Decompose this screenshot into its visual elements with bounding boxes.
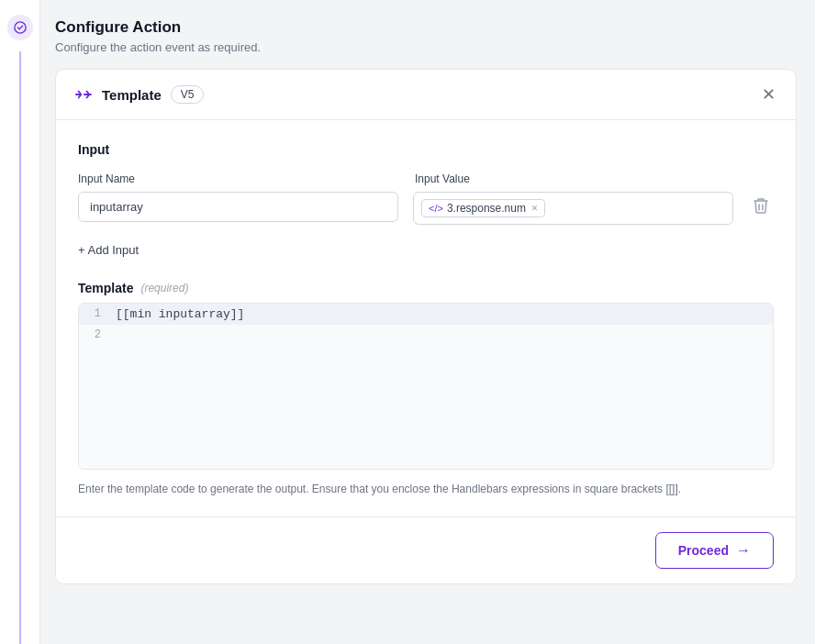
- close-button[interactable]: ✕: [760, 83, 777, 106]
- line-number-2: 2: [79, 325, 108, 345]
- main-content: Configure Action Configure the action ev…: [40, 0, 815, 644]
- card-header-left: Template V5: [74, 85, 204, 104]
- template-icon: [74, 87, 93, 102]
- template-required-text: (required): [140, 282, 188, 294]
- input-section-label: Input: [78, 142, 774, 157]
- input-name-field[interactable]: [78, 192, 398, 222]
- code-line-1: 1 [[min inputarray]]: [79, 304, 773, 325]
- page-header: Configure Action Configure the action ev…: [55, 18, 797, 54]
- input-value-field[interactable]: </> 3.response.num ×: [413, 192, 733, 225]
- left-rail: [0, 0, 40, 644]
- input-name-col-label: Input Name: [78, 172, 135, 185]
- code-editor-area: 1 [[min inputarray]] 2: [79, 304, 773, 469]
- template-section: Template (required) 1 [[min inputarray]]…: [78, 281, 774, 498]
- template-code-editor[interactable]: 1 [[min inputarray]] 2: [78, 303, 774, 470]
- rail-connector-line: [19, 51, 21, 644]
- tag-code-icon: </>: [429, 203, 443, 214]
- close-icon: ✕: [762, 84, 776, 105]
- card-title: Template: [102, 87, 162, 103]
- value-tag-chip: </> 3.response.num ×: [421, 199, 545, 217]
- version-badge: V5: [171, 85, 205, 104]
- input-row: </> 3.response.num ×: [78, 192, 774, 227]
- tag-label: 3.response.num: [447, 202, 526, 215]
- proceed-label: Proceed: [678, 543, 729, 558]
- template-section-label: Template: [78, 281, 133, 295]
- rail-step-icon: [7, 15, 33, 40]
- input-value-col-label: Input Value: [415, 172, 470, 185]
- card-header: Template V5 ✕: [56, 70, 796, 120]
- page-title: Configure Action: [55, 18, 797, 37]
- line-content-1: [[min inputarray]]: [108, 304, 773, 325]
- input-name-group: [78, 192, 398, 222]
- code-line-2: 2: [79, 325, 773, 345]
- delete-row-button[interactable]: [748, 192, 774, 223]
- proceed-button[interactable]: Proceed →: [655, 532, 774, 569]
- line-number-1: 1: [79, 304, 108, 324]
- proceed-arrow-icon: →: [736, 542, 751, 559]
- tag-remove-btn[interactable]: ×: [531, 203, 538, 214]
- add-input-button[interactable]: + Add Input: [78, 238, 139, 262]
- card-footer: Proceed →: [56, 516, 796, 583]
- line-content-2: [108, 325, 773, 332]
- page-subtitle: Configure the action event as required.: [55, 40, 797, 54]
- configure-action-card: Template V5 ✕ Input Input Name Input V: [55, 69, 797, 584]
- template-helper-text: Enter the template code to generate the …: [78, 481, 774, 498]
- template-label-row: Template (required): [78, 281, 774, 295]
- card-body: Input Input Name Input Value: [56, 120, 796, 516]
- input-value-group: </> 3.response.num ×: [413, 192, 733, 225]
- add-input-label: + Add Input: [78, 243, 139, 257]
